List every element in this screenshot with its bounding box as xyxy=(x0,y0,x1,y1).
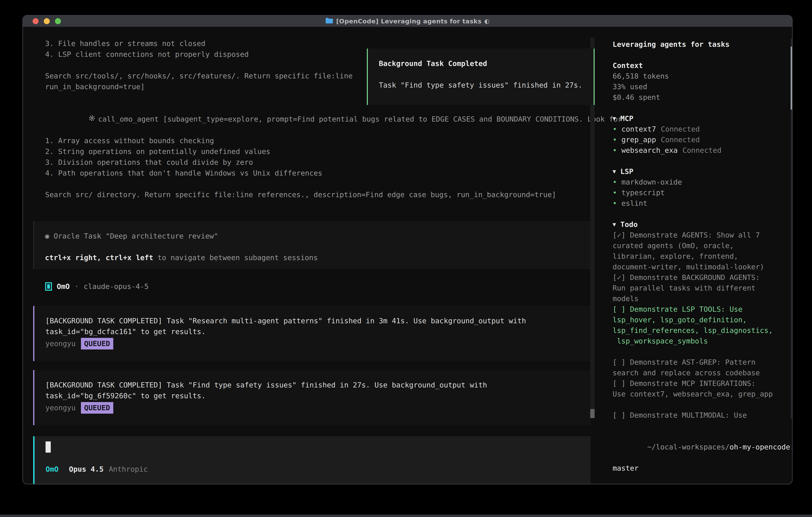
window-title-text: [OpenCode] Leveraging agents for tasks xyxy=(336,18,482,25)
agent-name: OmO xyxy=(57,281,70,292)
tool-call-tail: Search src/ directory. Return specific f… xyxy=(23,189,604,200)
context-used: 33% used xyxy=(613,81,793,92)
oracle-task-box: ◉ Oracle Task "Deep architecture review"… xyxy=(33,221,590,269)
chevron-down-icon: ▼ xyxy=(613,113,616,124)
context-tokens: 66,518 tokens xyxy=(613,71,793,81)
prompt-input[interactable]: OmO Opus 4.5 Anthropic xyxy=(33,436,590,484)
todo-line: [ ] Demonstrate LSP TOOLS: Use xyxy=(613,304,793,315)
opencode-window: [OpenCode] Leveraging agents for tasks ◐… xyxy=(22,15,793,484)
context-spent: $0.46 spent xyxy=(613,92,793,103)
todo-line: lsp_find_references, lsp_diagnostics, xyxy=(613,325,793,336)
todo-line: librarian, explore, frontend, xyxy=(613,251,793,262)
task-result-line: [BACKGROUND TASK COMPLETED] Task "Resear… xyxy=(46,316,583,326)
workspace-path-prefix: ~/local-workspaces/ xyxy=(647,443,729,451)
hint-keys: ctrl+x right, ctrl+x left xyxy=(45,253,153,262)
mcp-status: Connected xyxy=(683,145,722,156)
status-dot-icon: • xyxy=(613,134,621,145)
tool-call-text: call_omo_agent [subagent_type=explore, p… xyxy=(98,114,622,125)
close-button[interactable] xyxy=(33,18,38,24)
task-result-line: [BACKGROUND TASK COMPLETED] Task "Find t… xyxy=(46,380,583,390)
model-row: OmO Opus 4.5 Anthropic xyxy=(46,464,590,474)
task-result-line: task_id="bg_6f59260c" to get results. xyxy=(46,390,583,401)
agent-square-icon xyxy=(45,282,52,291)
fisheye-icon: ◉ xyxy=(45,232,49,240)
todo-line: Run parallel tasks with different xyxy=(613,283,793,293)
mcp-status: Connected xyxy=(661,134,700,145)
maximize-button[interactable] xyxy=(55,18,61,24)
status-badge: QUEUED xyxy=(81,338,113,350)
task-user: yeongyu xyxy=(46,403,76,413)
lsp-heading-label: LSP xyxy=(620,166,633,177)
mcp-heading-label: MCP xyxy=(620,113,633,124)
tool-call-item: 1. Array access without bounds checking xyxy=(23,135,604,146)
traffic-lights xyxy=(33,16,61,27)
background-task-notification: Background Task Completed Task "Find typ… xyxy=(367,49,594,105)
status-dot-icon: • xyxy=(613,145,621,156)
task-result-block: [BACKGROUND TASK COMPLETED] Task "Find t… xyxy=(33,370,590,425)
mcp-section-header[interactable]: ▼ MCP xyxy=(613,113,793,124)
app-name-prefix: Open xyxy=(621,484,639,484)
tool-call-item: 2. String operations on potentially unde… xyxy=(23,146,604,157)
sidebar-scrollbar[interactable] xyxy=(791,38,793,418)
sidebar: Leveraging agents for tasks Context 66,5… xyxy=(604,27,793,484)
status-dot-icon: • xyxy=(613,187,621,198)
gear-icon xyxy=(45,103,95,135)
window-content: Background Task Completed Task "Find typ… xyxy=(23,27,792,484)
mcp-item: • websearch_exa Connected xyxy=(613,145,793,156)
half-circle-icon: ◐ xyxy=(484,18,490,25)
todo-line: [✓] Demonstrate AGENTS: Show all 7 xyxy=(613,230,793,240)
input-model-label: Opus 4.5 xyxy=(69,464,104,474)
git-branch: master xyxy=(613,463,793,473)
context-heading: Context xyxy=(613,60,793,71)
lsp-section-header[interactable]: ▼ LSP xyxy=(613,166,793,177)
todo-heading-label: Todo xyxy=(620,219,638,230)
input-agent-label: OmO xyxy=(46,464,59,474)
todo-line: models xyxy=(613,293,793,304)
app-name: Code xyxy=(639,484,656,484)
mcp-name: grep_app xyxy=(621,134,656,145)
todo-line: [ ] Demonstrate AST-GREP: Pattern xyxy=(613,357,793,368)
folder-icon xyxy=(325,17,333,25)
task-meta-row: yeongyu QUEUED xyxy=(46,402,583,414)
task-meta-row: yeongyu QUEUED xyxy=(46,338,583,350)
text-cursor xyxy=(46,441,51,453)
window-title: [OpenCode] Leveraging agents for tasks ◐ xyxy=(325,17,490,25)
agent-model: claude-opus-4-5 xyxy=(84,281,149,292)
chat-scrollbar-thumb[interactable] xyxy=(590,409,594,418)
chat-log: Background Task Completed Task "Find typ… xyxy=(23,27,604,484)
todo-line: [✓] Demonstrate BACKGROUND AGENTS: xyxy=(613,272,793,283)
separator-dot: · xyxy=(75,281,79,292)
status-dot-icon: • xyxy=(613,484,621,484)
blank-line xyxy=(23,179,604,189)
todo-line: curated agents (OmO, oracle, xyxy=(613,240,793,251)
todo-line: [ ] Demonstrate MULTIMODAL: Use xyxy=(613,410,793,420)
oracle-task-line: ◉ Oracle Task "Deep architecture review" xyxy=(45,231,590,242)
todo-item-pending: [ ] Demonstrate MULTIMODAL: Use xyxy=(613,410,793,420)
tool-call-item: 3. Division operations that could divide… xyxy=(23,157,604,168)
workspace-path-repo: oh-my-opencode: xyxy=(729,443,793,451)
workspace-path: ~/local-workspaces/oh-my-opencode: xyxy=(613,431,793,463)
oracle-task-text: Oracle Task "Deep architecture review" xyxy=(54,232,218,240)
todo-item-pending: [ ] Demonstrate AST-GREP: Pattern search… xyxy=(613,357,793,378)
lsp-item: • typescript xyxy=(613,187,793,198)
mcp-item: • grep_app Connected xyxy=(613,134,793,145)
todo-item-done: [✓] Demonstrate BACKGROUND AGENTS: Run p… xyxy=(613,272,793,304)
agent-header: OmO · claude-opus-4-5 xyxy=(23,281,604,292)
todo-line: lsp_workspace_symbols xyxy=(613,336,793,346)
status-dot-icon: • xyxy=(613,124,621,134)
lsp-name: markdown-oxide xyxy=(621,177,682,187)
chevron-down-icon: ▼ xyxy=(613,166,616,177)
terminal-line: 3. File handles or streams not closed xyxy=(23,38,604,49)
notification-title: Background Task Completed xyxy=(379,58,593,69)
todo-line: Use context7, websearch_exa, grep_app xyxy=(613,389,793,399)
todo-item-pending: [ ] Demonstrate MCP INTEGRATIONS: Use co… xyxy=(613,378,793,399)
session-title: Leveraging agents for tasks xyxy=(613,39,793,50)
lsp-name: eslint xyxy=(621,198,647,209)
mcp-name: context7 xyxy=(621,124,656,134)
todo-item-done: [✓] Demonstrate AGENTS: Show all 7 curat… xyxy=(613,230,793,272)
mcp-name: websearch_exa xyxy=(621,145,678,156)
status-dot-icon: • xyxy=(613,198,621,209)
todo-section-header[interactable]: ▼ Todo xyxy=(613,219,793,230)
minimize-button[interactable] xyxy=(44,18,50,24)
sidebar-scrollbar-thumb[interactable] xyxy=(791,47,793,110)
